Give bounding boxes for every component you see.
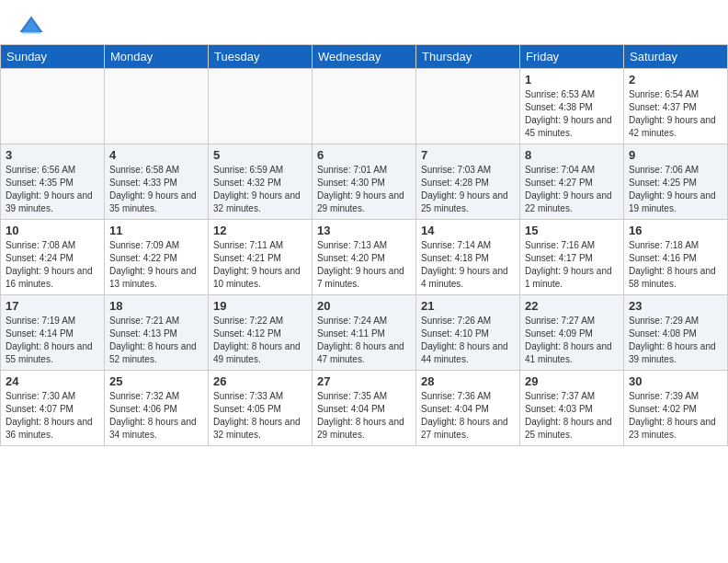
day-number: 8 <box>525 148 619 162</box>
calendar-cell: 25Sunrise: 7:32 AM Sunset: 4:06 PM Dayli… <box>105 371 209 446</box>
day-info: Sunrise: 7:37 AM Sunset: 4:03 PM Dayligh… <box>525 390 619 442</box>
calendar-cell: 15Sunrise: 7:16 AM Sunset: 4:17 PM Dayli… <box>520 220 624 295</box>
calendar-cell: 7Sunrise: 7:03 AM Sunset: 4:28 PM Daylig… <box>416 144 520 220</box>
day-number: 18 <box>109 299 203 313</box>
calendar-cell: 10Sunrise: 7:08 AM Sunset: 4:24 PM Dayli… <box>1 220 105 295</box>
calendar-cell: 27Sunrise: 7:35 AM Sunset: 4:04 PM Dayli… <box>313 371 416 446</box>
day-number: 26 <box>213 374 307 388</box>
day-info: Sunrise: 7:08 AM Sunset: 4:24 PM Dayligh… <box>6 239 99 291</box>
calendar-header-row: SundayMondayTuesdayWednesdayThursdayFrid… <box>1 45 728 69</box>
day-info: Sunrise: 7:26 AM Sunset: 4:10 PM Dayligh… <box>421 315 515 366</box>
col-header-monday: Monday <box>105 45 209 69</box>
calendar-cell: 1Sunrise: 6:53 AM Sunset: 4:38 PM Daylig… <box>520 69 624 144</box>
calendar-cell: 24Sunrise: 7:30 AM Sunset: 4:07 PM Dayli… <box>1 371 105 446</box>
day-number: 27 <box>317 374 411 388</box>
col-header-saturday: Saturday <box>624 45 728 69</box>
day-info: Sunrise: 7:16 AM Sunset: 4:17 PM Dayligh… <box>525 239 619 291</box>
calendar-cell: 23Sunrise: 7:29 AM Sunset: 4:08 PM Dayli… <box>624 295 728 371</box>
calendar-cell <box>1 69 105 144</box>
day-info: Sunrise: 6:59 AM Sunset: 4:32 PM Dayligh… <box>213 164 307 215</box>
day-number: 29 <box>525 374 619 388</box>
calendar-cell: 4Sunrise: 6:58 AM Sunset: 4:33 PM Daylig… <box>105 144 209 220</box>
day-number: 3 <box>6 148 99 162</box>
calendar-cell <box>105 69 209 144</box>
day-info: Sunrise: 7:33 AM Sunset: 4:05 PM Dayligh… <box>213 390 307 442</box>
day-info: Sunrise: 7:27 AM Sunset: 4:09 PM Dayligh… <box>525 315 619 366</box>
day-number: 16 <box>629 224 722 237</box>
day-number: 17 <box>6 299 99 313</box>
calendar-cell: 22Sunrise: 7:27 AM Sunset: 4:09 PM Dayli… <box>520 295 624 371</box>
day-info: Sunrise: 7:19 AM Sunset: 4:14 PM Dayligh… <box>6 315 99 366</box>
day-info: Sunrise: 7:39 AM Sunset: 4:02 PM Dayligh… <box>629 390 722 442</box>
calendar-cell: 20Sunrise: 7:24 AM Sunset: 4:11 PM Dayli… <box>313 295 416 371</box>
day-number: 24 <box>6 374 99 388</box>
day-number: 6 <box>317 148 411 162</box>
col-header-wednesday: Wednesday <box>313 45 416 69</box>
day-info: Sunrise: 7:32 AM Sunset: 4:06 PM Dayligh… <box>109 390 203 442</box>
day-number: 15 <box>525 224 619 237</box>
day-number: 25 <box>109 374 203 388</box>
day-info: Sunrise: 7:11 AM Sunset: 4:21 PM Dayligh… <box>213 239 307 291</box>
day-number: 20 <box>317 299 411 313</box>
calendar-week-0: 1Sunrise: 6:53 AM Sunset: 4:38 PM Daylig… <box>1 69 728 144</box>
day-info: Sunrise: 7:21 AM Sunset: 4:13 PM Dayligh… <box>109 315 203 366</box>
day-number: 9 <box>629 148 722 162</box>
day-info: Sunrise: 7:35 AM Sunset: 4:04 PM Dayligh… <box>317 390 411 442</box>
calendar-cell: 6Sunrise: 7:01 AM Sunset: 4:30 PM Daylig… <box>313 144 416 220</box>
col-header-tuesday: Tuesday <box>209 45 313 69</box>
page-wrapper: SundayMondayTuesdayWednesdayThursdayFrid… <box>0 0 728 455</box>
day-number: 30 <box>629 374 722 388</box>
day-number: 12 <box>213 224 307 237</box>
calendar-cell: 17Sunrise: 7:19 AM Sunset: 4:14 PM Dayli… <box>1 295 105 371</box>
day-info: Sunrise: 7:03 AM Sunset: 4:28 PM Dayligh… <box>421 164 515 215</box>
calendar-week-4: 24Sunrise: 7:30 AM Sunset: 4:07 PM Dayli… <box>1 371 728 446</box>
day-info: Sunrise: 7:13 AM Sunset: 4:20 PM Dayligh… <box>317 239 411 291</box>
calendar-week-3: 17Sunrise: 7:19 AM Sunset: 4:14 PM Dayli… <box>1 295 728 371</box>
day-info: Sunrise: 7:04 AM Sunset: 4:27 PM Dayligh… <box>525 164 619 215</box>
day-info: Sunrise: 7:06 AM Sunset: 4:25 PM Dayligh… <box>629 164 722 215</box>
day-number: 11 <box>109 224 203 237</box>
day-info: Sunrise: 7:09 AM Sunset: 4:22 PM Dayligh… <box>109 239 203 291</box>
day-info: Sunrise: 7:01 AM Sunset: 4:30 PM Dayligh… <box>317 164 411 215</box>
calendar-cell: 21Sunrise: 7:26 AM Sunset: 4:10 PM Dayli… <box>416 295 520 371</box>
day-info: Sunrise: 7:14 AM Sunset: 4:18 PM Dayligh… <box>421 239 515 291</box>
calendar-cell: 8Sunrise: 7:04 AM Sunset: 4:27 PM Daylig… <box>520 144 624 220</box>
calendar-cell: 2Sunrise: 6:54 AM Sunset: 4:37 PM Daylig… <box>624 69 728 144</box>
calendar-cell: 14Sunrise: 7:14 AM Sunset: 4:18 PM Dayli… <box>416 220 520 295</box>
calendar-cell: 30Sunrise: 7:39 AM Sunset: 4:02 PM Dayli… <box>624 371 728 446</box>
logo <box>18 13 46 39</box>
day-number: 10 <box>6 224 99 237</box>
day-info: Sunrise: 7:22 AM Sunset: 4:12 PM Dayligh… <box>213 315 307 366</box>
calendar-cell <box>209 69 313 144</box>
col-header-friday: Friday <box>520 45 624 69</box>
day-number: 14 <box>421 224 515 237</box>
col-header-sunday: Sunday <box>1 45 105 69</box>
calendar-cell: 28Sunrise: 7:36 AM Sunset: 4:04 PM Dayli… <box>416 371 520 446</box>
calendar-cell: 29Sunrise: 7:37 AM Sunset: 4:03 PM Dayli… <box>520 371 624 446</box>
calendar-week-2: 10Sunrise: 7:08 AM Sunset: 4:24 PM Dayli… <box>1 220 728 295</box>
day-number: 13 <box>317 224 411 237</box>
day-number: 28 <box>421 374 515 388</box>
calendar-cell <box>313 69 416 144</box>
day-number: 5 <box>213 148 307 162</box>
day-number: 2 <box>629 73 722 86</box>
day-info: Sunrise: 6:53 AM Sunset: 4:38 PM Dayligh… <box>525 88 619 140</box>
calendar-cell <box>416 69 520 144</box>
calendar-cell: 19Sunrise: 7:22 AM Sunset: 4:12 PM Dayli… <box>209 295 313 371</box>
day-number: 23 <box>629 299 722 313</box>
day-info: Sunrise: 7:18 AM Sunset: 4:16 PM Dayligh… <box>629 239 722 291</box>
logo-icon <box>18 13 44 39</box>
day-number: 21 <box>421 299 515 313</box>
calendar-cell: 9Sunrise: 7:06 AM Sunset: 4:25 PM Daylig… <box>624 144 728 220</box>
calendar-cell: 13Sunrise: 7:13 AM Sunset: 4:20 PM Dayli… <box>313 220 416 295</box>
calendar-cell: 5Sunrise: 6:59 AM Sunset: 4:32 PM Daylig… <box>209 144 313 220</box>
day-info: Sunrise: 6:54 AM Sunset: 4:37 PM Dayligh… <box>629 88 722 140</box>
calendar-cell: 11Sunrise: 7:09 AM Sunset: 4:22 PM Dayli… <box>105 220 209 295</box>
day-number: 1 <box>525 73 619 86</box>
calendar-cell: 26Sunrise: 7:33 AM Sunset: 4:05 PM Dayli… <box>209 371 313 446</box>
calendar-cell: 12Sunrise: 7:11 AM Sunset: 4:21 PM Dayli… <box>209 220 313 295</box>
day-number: 7 <box>421 148 515 162</box>
day-number: 19 <box>213 299 307 313</box>
calendar-cell: 3Sunrise: 6:56 AM Sunset: 4:35 PM Daylig… <box>1 144 105 220</box>
page-header <box>0 0 728 44</box>
